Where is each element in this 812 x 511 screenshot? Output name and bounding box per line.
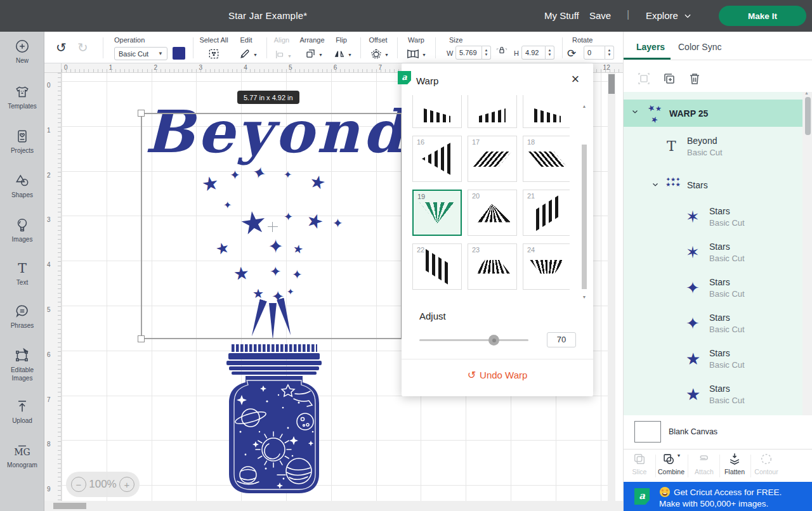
width-stepper[interactable]: ▲▼ [482, 46, 491, 60]
warp-style-16[interactable]: 16 [412, 136, 462, 182]
redo-icon[interactable]: ↻ [77, 40, 88, 55]
scrollbar-thumb[interactable] [53, 503, 86, 509]
undo-warp-button[interactable]: ↺Undo Warp [402, 369, 593, 381]
color-swatch[interactable] [173, 47, 185, 60]
scrollbar-thumb[interactable] [608, 74, 615, 94]
offset-icon[interactable]: ▼ [370, 48, 389, 60]
explore-menu[interactable]: Explore [646, 10, 692, 21]
duplicate-icon[interactable] [662, 71, 677, 86]
width-input[interactable]: 5.769 [455, 46, 482, 60]
height-input[interactable]: 4.92 [521, 46, 546, 60]
lock-icon[interactable] [496, 44, 508, 56]
rotate-icon[interactable]: ⟳ [567, 47, 576, 60]
height-stepper[interactable]: ▲▼ [546, 46, 554, 60]
chevron-down-icon[interactable] [652, 181, 659, 192]
trash-icon[interactable] [687, 71, 702, 86]
sidebar-item-projects[interactable]: Projects [0, 128, 44, 155]
warp-style-21[interactable]: 21 [523, 190, 570, 236]
warp-icon[interactable]: ▼ [406, 48, 426, 60]
warp-style-partial[interactable] [523, 95, 570, 128]
combine-button[interactable]: ▼Combine [656, 452, 686, 475]
size-tooltip: 5.77 in x 4.92 in [237, 91, 299, 104]
adjust-slider-thumb[interactable] [488, 335, 499, 346]
sidebar-item-upload[interactable]: Upload [0, 398, 44, 425]
cricut-access-banner[interactable]: a Get Cricut Access for FREE. Make with … [624, 482, 812, 511]
sidebar-item-editable-images[interactable]: Editable Images [0, 347, 44, 382]
sidebar-item-templates[interactable]: Templates [0, 84, 44, 111]
rotate-stepper[interactable]: ▲▼ [605, 46, 614, 60]
svg-text:MG: MG [14, 447, 30, 457]
sidebar-item-new[interactable]: New [0, 38, 44, 65]
undo-arrow-icon: ↺ [468, 370, 476, 380]
arrange-icon[interactable]: ▼ [304, 48, 323, 60]
rotate-input[interactable]: 0 [584, 46, 605, 60]
flip-icon[interactable]: ▼ [333, 48, 352, 60]
canvas-vertical-scrollbar[interactable] [608, 73, 615, 501]
undo-icon[interactable]: ↺ [56, 40, 67, 55]
warp-style-23[interactable]: 23 [468, 243, 517, 290]
warp-style-17[interactable]: 17 [468, 136, 517, 182]
chevron-down-icon[interactable] [631, 108, 639, 119]
canvas-horizontal-scrollbar[interactable] [44, 501, 623, 511]
resize-handle[interactable] [138, 110, 145, 117]
scrollbar-thumb[interactable] [805, 97, 811, 135]
layer-operation: Basic Cut [709, 325, 745, 334]
layer-row-stars[interactable]: ★StarsBasic Cut [624, 343, 802, 378]
warp-scrollbar[interactable]: ▲ ▼ [581, 103, 587, 301]
make-it-button[interactable]: Make It [719, 6, 806, 26]
layer-row-beyond[interactable]: T BeyondBasic Cut [624, 133, 802, 168]
layer-row-stars[interactable]: ★StarsBasic Cut [624, 378, 802, 414]
star-jar-artwork[interactable] [223, 344, 325, 495]
select-all-icon[interactable] [207, 48, 220, 60]
warp-style-20[interactable]: 20 [468, 190, 517, 236]
resize-handle[interactable] [138, 335, 145, 342]
flatten-button[interactable]: Flatten [719, 452, 750, 475]
scroll-up-icon[interactable]: ▲ [581, 104, 587, 108]
contour-icon [751, 452, 782, 467]
warp-style-18[interactable]: 18 [523, 136, 570, 182]
my-stuff-link[interactable]: My Stuff [544, 10, 579, 21]
adjust-value-input[interactable]: 70 [547, 332, 576, 347]
zoom-in-button[interactable]: + [119, 477, 134, 492]
sidebar-item-label: Projects [0, 147, 44, 155]
warp-style-partial[interactable] [412, 95, 462, 128]
warp-style-number: 24 [527, 246, 535, 254]
sidebar-item-text[interactable]: TText [0, 260, 44, 287]
zoom-out-button[interactable]: − [71, 477, 86, 492]
tab-color-sync[interactable]: Color Sync [678, 42, 721, 52]
layer-row-stars[interactable]: ✦StarsBasic Cut [624, 272, 802, 307]
layer-row-stars[interactable]: ✦StarsBasic Cut [624, 307, 802, 343]
close-icon[interactable]: × [566, 70, 584, 88]
layers-scrollbar[interactable]: ▲ [802, 92, 812, 415]
sidebar-item-monogram[interactable]: MGMonogram [0, 443, 44, 470]
sidebar-item-phrases[interactable]: Phrases [0, 303, 44, 330]
layer-label: Stars [709, 348, 745, 358]
blank-canvas-row[interactable]: Blank Canvas [624, 415, 812, 449]
warp-style-number: 17 [472, 138, 480, 146]
canvas-color-thumbnail[interactable] [634, 421, 661, 443]
layer-row-warp-group[interactable]: ★★★ WARP 25 [624, 100, 802, 127]
scrollbar-thumb[interactable] [582, 145, 587, 289]
layer-row-stars-group[interactable]: ✦★✦★✦★ Stars [624, 174, 802, 197]
warp-style-24[interactable]: 24 [523, 243, 570, 290]
pencil-icon[interactable]: ▼ [239, 48, 258, 60]
warp-style-glyph [473, 204, 511, 223]
layer-row-stars[interactable]: ✶StarsBasic Cut [624, 201, 802, 236]
monogram-icon: MG [0, 443, 44, 459]
layer-row-stars[interactable]: ✶StarsBasic Cut [624, 236, 802, 272]
zoom-level: 100% [89, 478, 116, 491]
sidebar-item-shapes[interactable]: Shapes [0, 172, 44, 200]
adjust-slider-track[interactable] [419, 339, 528, 341]
warp-style-glyph [536, 195, 559, 230]
warp-style-22[interactable]: 22 [412, 243, 462, 290]
warp-style-19[interactable]: 19 [412, 190, 462, 236]
sidebar-item-images[interactable]: Images [0, 217, 44, 244]
operation-dropdown[interactable]: Basic Cut▼ [114, 47, 167, 60]
scroll-up-icon[interactable]: ▲ [804, 91, 809, 95]
top-bar: Star Jar Example* My Stuff Save | Explor… [0, 0, 812, 32]
warp-style-partial[interactable] [468, 95, 517, 128]
layer-label: Stars [687, 180, 708, 190]
scroll-down-icon[interactable]: ▼ [581, 295, 587, 299]
tab-layers[interactable]: Layers [636, 42, 665, 52]
save-link[interactable]: Save [589, 10, 611, 21]
